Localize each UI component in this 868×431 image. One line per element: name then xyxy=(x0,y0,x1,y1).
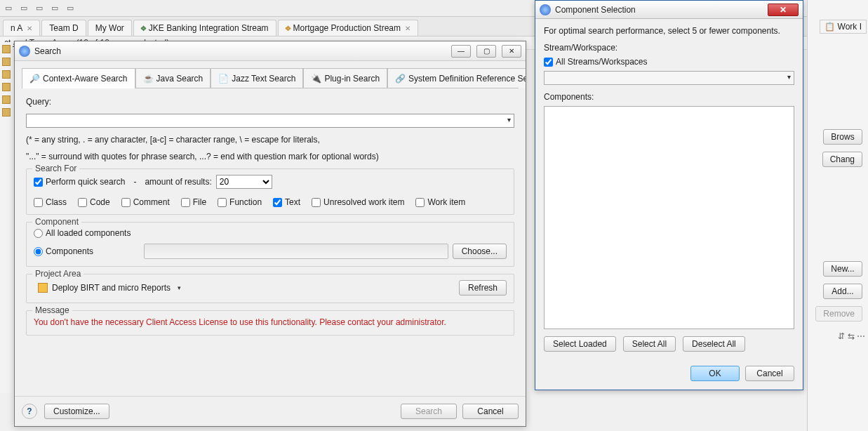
workitem-checkbox[interactable]: Work item xyxy=(415,197,465,207)
editor-tab-mortgage[interactable]: ⎆ Mortgage Production Stream ✕ xyxy=(278,20,418,36)
remove-button[interactable]: Remove xyxy=(815,306,862,321)
checkbox[interactable] xyxy=(181,198,190,207)
function-checkbox[interactable]: Function xyxy=(218,197,262,207)
checkbox[interactable] xyxy=(415,198,425,207)
right-toolbar-icons[interactable]: ⇵ ⇆ ⋯ xyxy=(838,331,865,341)
folder-icon[interactable] xyxy=(2,95,11,104)
label: Class xyxy=(46,197,67,207)
customize-button[interactable]: Customize... xyxy=(44,404,109,419)
component-selection-dialog: Component Selection ✕ For optimal search… xyxy=(535,0,803,390)
checkbox[interactable] xyxy=(78,198,87,207)
group-title: Search For xyxy=(32,164,79,173)
editor-tab-my-wor[interactable]: My Wor xyxy=(88,20,132,36)
tab-label: Work I xyxy=(838,22,862,32)
sep: - xyxy=(133,177,136,187)
unresolved-checkbox[interactable]: Unresolved work item xyxy=(312,197,404,207)
label: Perform quick search xyxy=(46,177,125,187)
generic-icon: ▭ xyxy=(18,3,29,14)
file-checkbox[interactable]: File xyxy=(181,197,206,207)
help-button[interactable]: ? xyxy=(22,404,37,419)
chevron-down-icon: ▾ xyxy=(178,284,181,291)
checkbox[interactable] xyxy=(218,198,227,207)
amount-of-results-select[interactable]: 20 xyxy=(216,175,272,189)
code-checkbox[interactable]: Code xyxy=(78,197,110,207)
query-hint-1: (* = any string, . = any character, [a-c… xyxy=(26,135,514,145)
folder-icon[interactable] xyxy=(2,83,11,91)
new-button[interactable]: New... xyxy=(823,261,862,277)
checkbox[interactable] xyxy=(34,178,43,187)
group-title: Message xyxy=(32,305,72,315)
perform-quick-search-checkbox[interactable]: Perform quick search xyxy=(34,177,125,187)
folder-icon[interactable] xyxy=(2,70,11,79)
tab-label: Mortgage Production Stream xyxy=(293,23,401,33)
chevron-down-icon[interactable]: ▾ xyxy=(787,73,791,81)
editor-tab-na[interactable]: n A ✕ xyxy=(3,20,40,36)
refresh-button[interactable]: Refresh xyxy=(459,280,507,296)
maximize-button[interactable]: ▢ xyxy=(476,45,496,58)
change-button[interactable]: Chang xyxy=(822,152,862,167)
components-radio[interactable]: Components xyxy=(34,246,93,256)
tab-java-search[interactable]: ☕ Java Search xyxy=(135,68,211,88)
components-field[interactable] xyxy=(144,244,448,259)
right-panel-sliver: 📋 Work I Brows Chang New... Add... Remov… xyxy=(807,0,868,431)
checkbox[interactable] xyxy=(544,58,553,67)
close-button[interactable]: ✕ xyxy=(768,4,799,16)
deselect-all-button[interactable]: Deselect All xyxy=(683,336,745,352)
editor-tab-team-d[interactable]: Team D xyxy=(41,20,86,36)
ok-button[interactable]: OK xyxy=(690,366,740,381)
stream-icon: ⎆ xyxy=(141,23,146,33)
tab-label: Java Search xyxy=(156,74,203,84)
comp-titlebar[interactable]: Component Selection ✕ xyxy=(535,1,803,19)
stream-label: Stream/Workspace: xyxy=(544,43,794,53)
components-list[interactable] xyxy=(544,106,794,329)
radio[interactable] xyxy=(34,247,43,256)
folder-icon[interactable] xyxy=(2,108,11,117)
tab-context-aware-search[interactable]: 🔎 Context-Aware Search xyxy=(22,68,135,88)
tab-system-definition[interactable]: 🔗 System Definition Reference Sea xyxy=(387,68,526,88)
all-streams-checkbox[interactable]: All Streams/Workspaces xyxy=(544,57,794,67)
group-project-area: Project Area Deploy BIRT and micro Repor… xyxy=(26,274,514,303)
cancel-button[interactable]: Cancel xyxy=(462,404,519,419)
select-all-button[interactable]: Select All xyxy=(623,336,676,352)
left-sidebar-sliver xyxy=(0,42,13,393)
query-input[interactable]: ▾ xyxy=(26,114,514,128)
stream-combo[interactable]: ▾ xyxy=(544,71,794,85)
editor-tab-jke[interactable]: ⎆ JKE Banking Integration Stream xyxy=(133,20,276,36)
tab-label: JKE Banking Integration Stream xyxy=(149,23,269,33)
label: All loaded components xyxy=(46,228,131,238)
search-button[interactable]: Search xyxy=(401,404,457,419)
folder-icon[interactable] xyxy=(2,45,11,53)
chevron-down-icon[interactable]: ▾ xyxy=(507,116,511,124)
search-footer: ? Customize... Search Cancel xyxy=(15,396,526,426)
checkbox[interactable] xyxy=(312,198,321,207)
text-checkbox[interactable]: Text xyxy=(273,197,300,207)
all-loaded-radio[interactable]: All loaded components xyxy=(34,228,507,238)
comment-checkbox[interactable]: Comment xyxy=(121,197,170,207)
tab-plugin-search[interactable]: 🔌 Plug-in Search xyxy=(303,68,387,88)
folder-icon[interactable] xyxy=(2,58,11,66)
search-icon xyxy=(19,46,30,57)
tab-label: System Definition Reference Sea xyxy=(408,74,526,84)
label: Comment xyxy=(133,197,170,207)
tab-label: Team D xyxy=(49,23,78,33)
minimize-button[interactable]: — xyxy=(451,45,471,58)
search-titlebar[interactable]: Search — ▢ ✕ xyxy=(15,41,526,61)
work-items-tab[interactable]: 📋 Work I xyxy=(820,20,867,34)
close-icon[interactable]: ✕ xyxy=(27,25,32,32)
group-message: Message You don't have the necessary Cli… xyxy=(26,310,514,336)
choose-button[interactable]: Choose... xyxy=(453,244,507,259)
checkbox[interactable] xyxy=(273,198,282,207)
browse-button[interactable]: Brows xyxy=(823,129,862,145)
cancel-button[interactable]: Cancel xyxy=(745,366,794,381)
radio[interactable] xyxy=(34,229,43,238)
close-button[interactable]: ✕ xyxy=(502,45,521,58)
class-checkbox[interactable]: Class xyxy=(34,197,67,207)
select-loaded-button[interactable]: Select Loaded xyxy=(544,336,616,352)
add-button[interactable]: Add... xyxy=(823,284,862,299)
checkbox[interactable] xyxy=(34,198,43,207)
tab-jazz-text-search[interactable]: 📄 Jazz Text Search xyxy=(211,68,303,88)
project-area-dropdown[interactable]: Deploy BIRT and micro Reports ▾ xyxy=(34,281,185,294)
stream-icon: ⎆ xyxy=(286,23,291,33)
close-icon[interactable]: ✕ xyxy=(405,25,410,32)
checkbox[interactable] xyxy=(121,198,131,207)
